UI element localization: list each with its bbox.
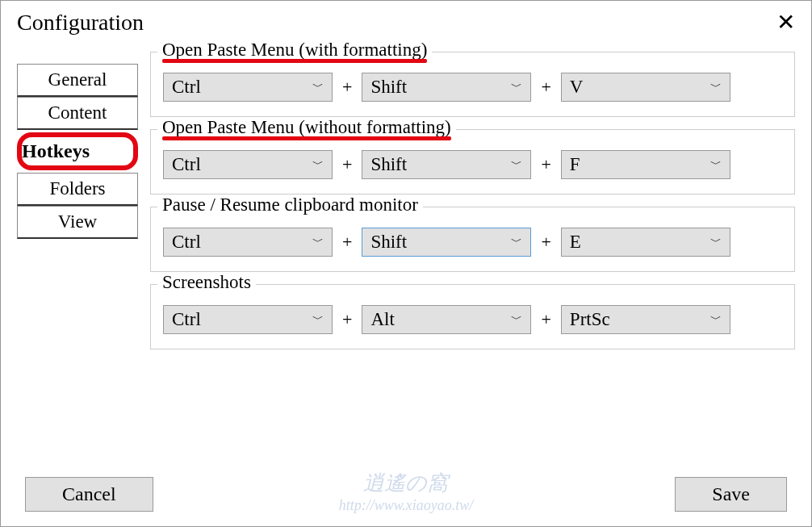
dropdown-value: F (570, 154, 580, 175)
save-button[interactable]: Save (675, 477, 787, 512)
dropdown-key3[interactable]: F ﹀ (561, 150, 730, 179)
fieldset-open-with-formatting: Open Paste Menu (with formatting) Ctrl ﹀… (150, 52, 795, 117)
dropdown-value: Alt (370, 309, 394, 330)
tab-folders[interactable]: Folders (17, 173, 138, 206)
dropdown-value: Shift (370, 77, 407, 98)
dropdown-key2[interactable]: Shift ﹀ (362, 150, 531, 179)
fieldset-screenshots: Screenshots Ctrl ﹀ + Alt ﹀ + PrtSc ﹀ (150, 284, 795, 349)
window-title: Configuration (17, 10, 144, 36)
chevron-down-icon: ﹀ (710, 80, 722, 94)
dropdown-key1[interactable]: Ctrl ﹀ (163, 73, 333, 102)
dropdown-value: V (570, 77, 584, 98)
sidebar: General Content Hotkeys Folders View (17, 48, 138, 362)
chevron-down-icon: ﹀ (511, 312, 522, 327)
tab-content[interactable]: Content (17, 97, 138, 130)
chevron-down-icon: ﹀ (511, 157, 522, 172)
tab-hotkeys[interactable]: Hotkeys (17, 132, 138, 170)
dropdown-value: Ctrl (172, 309, 201, 330)
dropdown-key2[interactable]: Shift ﹀ (362, 73, 531, 102)
dropdown-value: PrtSc (570, 309, 610, 330)
chevron-down-icon: ﹀ (511, 235, 522, 249)
chevron-down-icon: ﹀ (710, 312, 722, 327)
plus-separator: + (339, 309, 355, 330)
plus-separator: + (538, 154, 554, 175)
chevron-down-icon: ﹀ (710, 235, 722, 249)
legend-pause-resume: Pause / Resume clipboard monitor (157, 194, 423, 215)
legend-open-with-formatting: Open Paste Menu (with formatting) (157, 40, 432, 61)
dropdown-key2[interactable]: Shift ﹀ (362, 228, 531, 257)
cancel-button[interactable]: Cancel (25, 477, 153, 512)
plus-separator: + (538, 77, 554, 98)
legend-open-without-formatting: Open Paste Menu (without formatting) (157, 117, 456, 138)
plus-separator: + (339, 232, 355, 253)
dropdown-key3[interactable]: PrtSc ﹀ (561, 305, 730, 334)
settings-panel: Open Paste Menu (with formatting) Ctrl ﹀… (150, 48, 795, 362)
plus-separator: + (339, 154, 355, 175)
chevron-down-icon: ﹀ (312, 312, 324, 327)
dropdown-key3[interactable]: E ﹀ (561, 228, 730, 257)
dropdown-value: E (570, 232, 581, 253)
tab-general[interactable]: General (17, 64, 138, 97)
dropdown-key3[interactable]: V ﹀ (561, 73, 730, 102)
tab-view[interactable]: View (17, 206, 138, 239)
dropdown-value: Ctrl (172, 154, 201, 175)
dropdown-value: Shift (370, 154, 407, 175)
legend-screenshots: Screenshots (157, 272, 256, 293)
plus-separator: + (538, 232, 554, 253)
plus-separator: + (538, 309, 554, 330)
dropdown-value: Shift (370, 232, 407, 253)
dropdown-value: Ctrl (172, 232, 201, 253)
dropdown-key1[interactable]: Ctrl ﹀ (163, 228, 333, 257)
chevron-down-icon: ﹀ (312, 235, 324, 249)
chevron-down-icon: ﹀ (511, 80, 522, 94)
chevron-down-icon: ﹀ (312, 80, 324, 94)
plus-separator: + (339, 77, 355, 98)
close-icon[interactable]: ✕ (776, 9, 795, 36)
fieldset-pause-resume: Pause / Resume clipboard monitor Ctrl ﹀ … (150, 207, 795, 272)
dropdown-key2[interactable]: Alt ﹀ (362, 305, 531, 334)
chevron-down-icon: ﹀ (710, 157, 722, 172)
fieldset-open-without-formatting: Open Paste Menu (without formatting) Ctr… (150, 129, 795, 194)
dropdown-key1[interactable]: Ctrl ﹀ (163, 150, 333, 179)
dropdown-value: Ctrl (172, 77, 201, 98)
chevron-down-icon: ﹀ (312, 157, 324, 172)
dropdown-key1[interactable]: Ctrl ﹀ (163, 305, 333, 334)
